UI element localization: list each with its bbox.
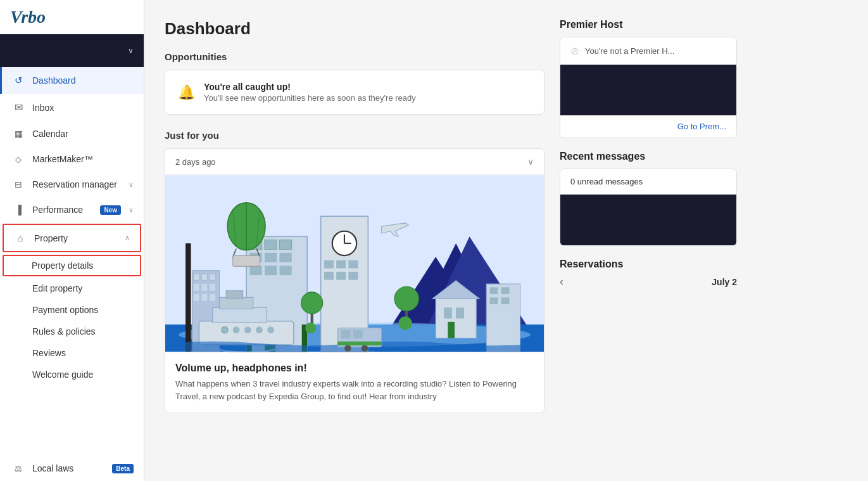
premier-host-title: Premier Host bbox=[560, 19, 737, 30]
svg-rect-20 bbox=[279, 240, 291, 250]
sidebar-item-property[interactable]: ⌂ Property ∧ bbox=[3, 224, 141, 252]
sidebar-item-label: Performance bbox=[32, 205, 92, 215]
sidebar-subitem-reviews[interactable]: Reviews bbox=[0, 342, 144, 364]
beta-badge: Beta bbox=[112, 464, 134, 473]
sidebar-subitem-welcome-guide[interactable]: Welcome guide bbox=[0, 364, 144, 385]
reservations-nav: ‹ July 2 bbox=[560, 275, 737, 288]
caught-up-title: You're all caught up! bbox=[204, 82, 416, 92]
sidebar-item-label: MarketMaker™ bbox=[32, 154, 134, 164]
svg-rect-10 bbox=[194, 284, 199, 291]
sidebar-subitem-label: Welcome guide bbox=[32, 369, 93, 380]
sidebar-subitem-label: Payment options bbox=[32, 305, 98, 315]
dashboard-icon: ↺ bbox=[12, 75, 25, 86]
svg-rect-24 bbox=[249, 266, 261, 275]
sidebar-item-calendar[interactable]: ▦ Calendar bbox=[0, 121, 144, 146]
article-body: What happens when 3 travel industry expe… bbox=[165, 378, 544, 413]
svg-rect-23 bbox=[279, 253, 291, 262]
chevron-right-icon: ∨ bbox=[129, 181, 134, 189]
sidebar-subitem-payment-options[interactable]: Payment options bbox=[0, 299, 144, 321]
svg-point-67 bbox=[244, 326, 251, 333]
just-for-you-label: Just for you bbox=[165, 130, 544, 141]
logo-text: Vrbo bbox=[10, 7, 46, 27]
premier-host-card: ⊘ You're not a Premier H... Go to Prem..… bbox=[560, 37, 737, 138]
city-svg bbox=[165, 175, 544, 352]
sidebar-item-label: Dashboard bbox=[32, 75, 134, 86]
messages-image-redacted bbox=[560, 195, 736, 245]
right-column: Premier Host ⊘ You're not a Premier H...… bbox=[560, 19, 737, 462]
sidebar: Vrbo ∨ ↺ Dashboard ✉ Inbox ▦ Calendar ◇ … bbox=[0, 0, 144, 481]
sidebar-subitem-label: Property details bbox=[32, 260, 93, 271]
go-to-premier-link[interactable]: Go to Prem... bbox=[560, 115, 736, 138]
no-icon: ⊘ bbox=[570, 45, 579, 57]
property-selector[interactable]: ∨ bbox=[0, 34, 144, 67]
sidebar-item-dashboard[interactable]: ↺ Dashboard bbox=[0, 67, 144, 94]
sidebar-subitem-rules-policies[interactable]: Rules & policies bbox=[0, 321, 144, 342]
property-icon: ⌂ bbox=[14, 233, 27, 243]
sidebar-item-reservation-manager[interactable]: ⊟ Reservation manager ∨ bbox=[0, 172, 144, 197]
article-illustration bbox=[165, 175, 544, 352]
sidebar-subitem-edit-property[interactable]: Edit property bbox=[0, 278, 144, 299]
svg-rect-39 bbox=[348, 272, 358, 280]
sidebar-item-label: Local laws bbox=[32, 463, 104, 473]
bell-icon: 🔔 bbox=[178, 84, 195, 101]
article-date: 2 days ago bbox=[175, 157, 216, 167]
page-title: Dashboard bbox=[165, 19, 544, 39]
svg-point-66 bbox=[233, 326, 240, 333]
article-meta: 2 days ago ∨ bbox=[165, 149, 544, 175]
opportunities-section-label: Opportunities bbox=[165, 51, 544, 62]
svg-rect-34 bbox=[324, 260, 334, 269]
not-premier-label: You're not a Premier H... bbox=[585, 46, 674, 56]
new-badge: New bbox=[100, 205, 121, 215]
calendar-icon: ▦ bbox=[12, 129, 25, 139]
sidebar-item-label: Property bbox=[34, 233, 117, 243]
svg-rect-19 bbox=[265, 240, 277, 250]
svg-rect-37 bbox=[324, 272, 334, 280]
svg-point-76 bbox=[305, 323, 316, 333]
reservations-month: July 2 bbox=[712, 277, 737, 287]
svg-rect-16 bbox=[186, 243, 191, 352]
svg-rect-26 bbox=[279, 266, 291, 275]
not-premier-text: ⊘ You're not a Premier H... bbox=[560, 37, 736, 65]
svg-rect-15 bbox=[210, 294, 215, 301]
recent-messages-title: Recent messages bbox=[560, 151, 737, 162]
reservations-prev-button[interactable]: ‹ bbox=[560, 275, 563, 288]
svg-point-41 bbox=[301, 292, 323, 314]
svg-rect-53 bbox=[501, 297, 510, 304]
marketmaker-icon: ◇ bbox=[12, 155, 25, 164]
opportunities-card: 🔔 You're all caught up! You'll see new o… bbox=[165, 70, 544, 115]
logo: Vrbo bbox=[0, 0, 144, 34]
chevron-down-icon: ∨ bbox=[128, 46, 134, 55]
svg-rect-50 bbox=[490, 287, 498, 294]
local-laws-icon: ⚖ bbox=[12, 464, 25, 473]
svg-rect-57 bbox=[233, 255, 260, 266]
svg-point-73 bbox=[344, 345, 351, 352]
svg-rect-25 bbox=[265, 266, 277, 275]
svg-rect-52 bbox=[490, 297, 498, 304]
reservations-title: Reservations bbox=[560, 259, 737, 270]
svg-rect-63 bbox=[219, 297, 253, 309]
sidebar-item-inbox[interactable]: ✉ Inbox bbox=[0, 94, 144, 121]
svg-rect-71 bbox=[341, 330, 351, 338]
sidebar-subitem-label: Edit property bbox=[32, 283, 82, 293]
caught-up-content: You're all caught up! You'll see new opp… bbox=[204, 82, 416, 103]
sidebar-item-label: Reservation manager bbox=[32, 179, 121, 189]
sidebar-subitem-property-details[interactable]: Property details bbox=[3, 255, 141, 276]
premier-host-section: Premier Host ⊘ You're not a Premier H...… bbox=[560, 19, 737, 138]
sidebar-item-local-laws[interactable]: ⚖ Local laws Beta bbox=[0, 456, 144, 481]
svg-point-74 bbox=[362, 345, 368, 352]
recent-messages-card: 0 unread messages bbox=[560, 169, 737, 246]
svg-rect-9 bbox=[210, 274, 215, 281]
sidebar-subitem-label: Reviews bbox=[32, 348, 66, 358]
svg-rect-47 bbox=[456, 307, 464, 318]
svg-point-65 bbox=[222, 326, 229, 333]
chevron-up-icon: ∧ bbox=[125, 234, 130, 242]
svg-rect-13 bbox=[194, 294, 199, 301]
chevron-down-icon[interactable]: ∨ bbox=[527, 157, 534, 167]
sidebar-item-marketmaker[interactable]: ◇ MarketMaker™ bbox=[0, 146, 144, 172]
svg-rect-46 bbox=[444, 307, 452, 318]
sidebar-item-performance[interactable]: ▐ Performance New ∨ bbox=[0, 197, 144, 222]
svg-rect-38 bbox=[336, 272, 346, 280]
svg-rect-7 bbox=[194, 274, 199, 281]
recent-messages-section: Recent messages 0 unread messages bbox=[560, 151, 737, 246]
sidebar-item-label: Calendar bbox=[32, 129, 134, 139]
